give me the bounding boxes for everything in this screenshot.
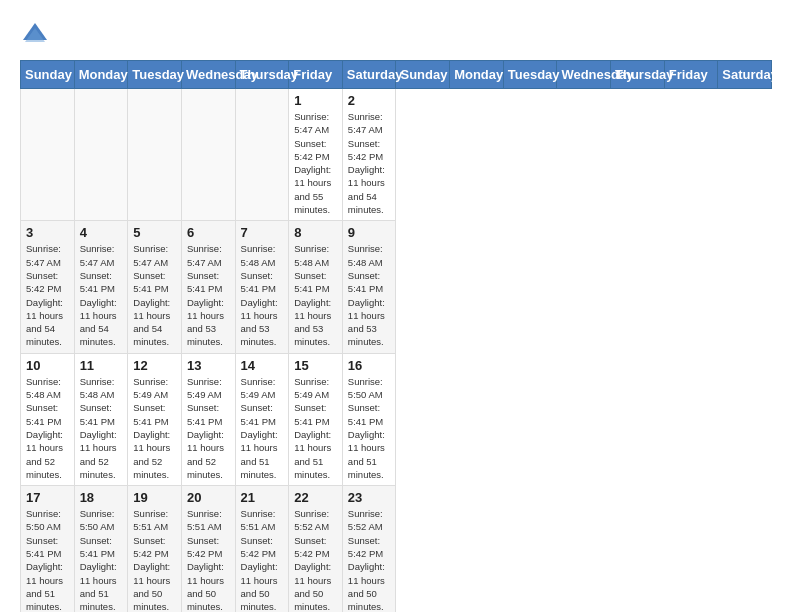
day-info: Sunrise: 5:47 AM Sunset: 5:42 PM Dayligh… — [294, 110, 337, 216]
calendar-cell: 20Sunrise: 5:51 AM Sunset: 5:42 PM Dayli… — [181, 486, 235, 612]
day-info: Sunrise: 5:48 AM Sunset: 5:41 PM Dayligh… — [26, 375, 69, 481]
calendar-week-2: 3Sunrise: 5:47 AM Sunset: 5:42 PM Daylig… — [21, 221, 772, 353]
calendar-cell: 5Sunrise: 5:47 AM Sunset: 5:41 PM Daylig… — [128, 221, 182, 353]
calendar-cell: 16Sunrise: 5:50 AM Sunset: 5:41 PM Dayli… — [342, 353, 396, 485]
day-info: Sunrise: 5:48 AM Sunset: 5:41 PM Dayligh… — [241, 242, 284, 348]
calendar-cell: 21Sunrise: 5:51 AM Sunset: 5:42 PM Dayli… — [235, 486, 289, 612]
col-header-monday: Monday — [450, 61, 504, 89]
day-number: 12 — [133, 358, 176, 373]
day-info: Sunrise: 5:48 AM Sunset: 5:41 PM Dayligh… — [348, 242, 391, 348]
calendar-cell: 10Sunrise: 5:48 AM Sunset: 5:41 PM Dayli… — [21, 353, 75, 485]
calendar-cell — [74, 89, 128, 221]
day-info: Sunrise: 5:48 AM Sunset: 5:41 PM Dayligh… — [80, 375, 123, 481]
calendar-cell: 18Sunrise: 5:50 AM Sunset: 5:41 PM Dayli… — [74, 486, 128, 612]
col-header-wednesday: Wednesday — [557, 61, 611, 89]
day-info: Sunrise: 5:49 AM Sunset: 5:41 PM Dayligh… — [187, 375, 230, 481]
day-number: 9 — [348, 225, 391, 240]
day-number: 18 — [80, 490, 123, 505]
day-number: 2 — [348, 93, 391, 108]
day-info: Sunrise: 5:47 AM Sunset: 5:41 PM Dayligh… — [187, 242, 230, 348]
day-info: Sunrise: 5:52 AM Sunset: 5:42 PM Dayligh… — [294, 507, 337, 612]
calendar-cell: 9Sunrise: 5:48 AM Sunset: 5:41 PM Daylig… — [342, 221, 396, 353]
day-info: Sunrise: 5:47 AM Sunset: 5:42 PM Dayligh… — [26, 242, 69, 348]
calendar-cell: 6Sunrise: 5:47 AM Sunset: 5:41 PM Daylig… — [181, 221, 235, 353]
day-number: 17 — [26, 490, 69, 505]
page-header — [20, 20, 772, 50]
day-info: Sunrise: 5:47 AM Sunset: 5:41 PM Dayligh… — [133, 242, 176, 348]
calendar-cell: 2Sunrise: 5:47 AM Sunset: 5:42 PM Daylig… — [342, 89, 396, 221]
calendar-cell: 14Sunrise: 5:49 AM Sunset: 5:41 PM Dayli… — [235, 353, 289, 485]
day-info: Sunrise: 5:50 AM Sunset: 5:41 PM Dayligh… — [80, 507, 123, 612]
calendar-cell — [21, 89, 75, 221]
day-number: 20 — [187, 490, 230, 505]
day-info: Sunrise: 5:51 AM Sunset: 5:42 PM Dayligh… — [241, 507, 284, 612]
logo-icon — [20, 20, 50, 50]
day-number: 7 — [241, 225, 284, 240]
calendar-cell — [128, 89, 182, 221]
header-monday: Monday — [74, 61, 128, 89]
header-tuesday: Tuesday — [128, 61, 182, 89]
calendar-cell: 4Sunrise: 5:47 AM Sunset: 5:41 PM Daylig… — [74, 221, 128, 353]
calendar-week-4: 17Sunrise: 5:50 AM Sunset: 5:41 PM Dayli… — [21, 486, 772, 612]
calendar-cell — [181, 89, 235, 221]
col-header-thursday: Thursday — [611, 61, 665, 89]
calendar-cell: 19Sunrise: 5:51 AM Sunset: 5:42 PM Dayli… — [128, 486, 182, 612]
day-number: 19 — [133, 490, 176, 505]
calendar-cell — [235, 89, 289, 221]
day-number: 21 — [241, 490, 284, 505]
day-number: 15 — [294, 358, 337, 373]
day-info: Sunrise: 5:47 AM Sunset: 5:42 PM Dayligh… — [348, 110, 391, 216]
day-info: Sunrise: 5:49 AM Sunset: 5:41 PM Dayligh… — [133, 375, 176, 481]
calendar-cell: 7Sunrise: 5:48 AM Sunset: 5:41 PM Daylig… — [235, 221, 289, 353]
day-info: Sunrise: 5:51 AM Sunset: 5:42 PM Dayligh… — [187, 507, 230, 612]
day-info: Sunrise: 5:52 AM Sunset: 5:42 PM Dayligh… — [348, 507, 391, 612]
day-number: 13 — [187, 358, 230, 373]
header-row: SundayMondayTuesdayWednesdayThursdayFrid… — [21, 61, 772, 89]
day-number: 16 — [348, 358, 391, 373]
calendar-cell: 11Sunrise: 5:48 AM Sunset: 5:41 PM Dayli… — [74, 353, 128, 485]
header-sunday: Sunday — [21, 61, 75, 89]
calendar-cell: 1Sunrise: 5:47 AM Sunset: 5:42 PM Daylig… — [289, 89, 343, 221]
day-info: Sunrise: 5:49 AM Sunset: 5:41 PM Dayligh… — [241, 375, 284, 481]
calendar-cell: 12Sunrise: 5:49 AM Sunset: 5:41 PM Dayli… — [128, 353, 182, 485]
day-info: Sunrise: 5:50 AM Sunset: 5:41 PM Dayligh… — [348, 375, 391, 481]
day-number: 3 — [26, 225, 69, 240]
calendar-week-1: 1Sunrise: 5:47 AM Sunset: 5:42 PM Daylig… — [21, 89, 772, 221]
day-number: 6 — [187, 225, 230, 240]
calendar-cell: 13Sunrise: 5:49 AM Sunset: 5:41 PM Dayli… — [181, 353, 235, 485]
col-header-saturday: Saturday — [718, 61, 772, 89]
day-number: 22 — [294, 490, 337, 505]
header-thursday: Thursday — [235, 61, 289, 89]
calendar-cell: 15Sunrise: 5:49 AM Sunset: 5:41 PM Dayli… — [289, 353, 343, 485]
calendar-cell: 17Sunrise: 5:50 AM Sunset: 5:41 PM Dayli… — [21, 486, 75, 612]
day-info: Sunrise: 5:47 AM Sunset: 5:41 PM Dayligh… — [80, 242, 123, 348]
header-friday: Friday — [289, 61, 343, 89]
col-header-friday: Friday — [664, 61, 718, 89]
day-number: 11 — [80, 358, 123, 373]
col-header-tuesday: Tuesday — [503, 61, 557, 89]
day-number: 4 — [80, 225, 123, 240]
header-wednesday: Wednesday — [181, 61, 235, 89]
calendar-table: SundayMondayTuesdayWednesdayThursdayFrid… — [20, 60, 772, 612]
day-info: Sunrise: 5:48 AM Sunset: 5:41 PM Dayligh… — [294, 242, 337, 348]
calendar-cell: 23Sunrise: 5:52 AM Sunset: 5:42 PM Dayli… — [342, 486, 396, 612]
calendar-cell: 8Sunrise: 5:48 AM Sunset: 5:41 PM Daylig… — [289, 221, 343, 353]
calendar-cell: 22Sunrise: 5:52 AM Sunset: 5:42 PM Dayli… — [289, 486, 343, 612]
day-number: 8 — [294, 225, 337, 240]
day-number: 10 — [26, 358, 69, 373]
day-number: 5 — [133, 225, 176, 240]
day-number: 1 — [294, 93, 337, 108]
day-info: Sunrise: 5:51 AM Sunset: 5:42 PM Dayligh… — [133, 507, 176, 612]
logo — [20, 20, 54, 50]
day-number: 14 — [241, 358, 284, 373]
day-info: Sunrise: 5:49 AM Sunset: 5:41 PM Dayligh… — [294, 375, 337, 481]
calendar-cell: 3Sunrise: 5:47 AM Sunset: 5:42 PM Daylig… — [21, 221, 75, 353]
calendar-week-3: 10Sunrise: 5:48 AM Sunset: 5:41 PM Dayli… — [21, 353, 772, 485]
day-info: Sunrise: 5:50 AM Sunset: 5:41 PM Dayligh… — [26, 507, 69, 612]
header-saturday: Saturday — [342, 61, 396, 89]
col-header-sunday: Sunday — [396, 61, 450, 89]
day-number: 23 — [348, 490, 391, 505]
